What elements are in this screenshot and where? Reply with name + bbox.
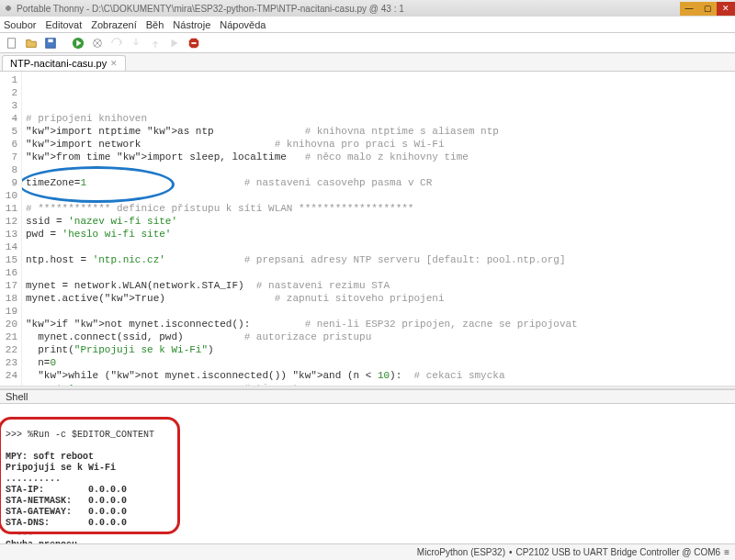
shell-line: STA-DNS: 0.0.0.0 bbox=[6, 518, 729, 529]
title-bar: Portable Thonny - D:\C\DOKUMENTY\mira\ES… bbox=[0, 0, 735, 17]
code-line: "kw">import network # knihovna pro praci… bbox=[26, 138, 731, 151]
shell-line: STA-GATEWAY: 0.0.0.0 bbox=[6, 507, 729, 518]
line-gutter: 123456789101112131415161718192021222324 bbox=[0, 72, 22, 386]
shell-panel-label[interactable]: Shell bbox=[0, 389, 735, 404]
menu-file[interactable]: Soubor bbox=[4, 19, 36, 30]
minimize-button[interactable]: — bbox=[680, 2, 698, 16]
debug-button[interactable] bbox=[89, 35, 106, 51]
menu-bar: Soubor Editovat Zobrazení Běh Nástroje N… bbox=[0, 17, 735, 33]
editor-tab-bar: NTP-nacitani-casu.py ✕ bbox=[0, 53, 735, 72]
code-area[interactable]: # pripojeni knihoven"kw">import ntptime … bbox=[22, 72, 735, 386]
maximize-button[interactable]: ▢ bbox=[698, 2, 717, 16]
code-line: ssid = 'nazev wi-fi site' bbox=[26, 215, 731, 228]
code-editor[interactable]: 123456789101112131415161718192021222324 … bbox=[0, 72, 735, 386]
shell-line: .......... bbox=[6, 474, 729, 485]
shell-prompt: >>> %Run -c $EDITOR_CONTENT bbox=[6, 430, 729, 441]
code-line: "kw">if "kw">not mynet.isconnected(): # … bbox=[26, 318, 731, 330]
step-over-button[interactable] bbox=[108, 35, 125, 51]
port-label[interactable]: CP2102 USB to UART Bridge Controller @ C… bbox=[516, 547, 721, 557]
menu-edit[interactable]: Editovat bbox=[45, 19, 82, 30]
menu-run[interactable]: Běh bbox=[146, 19, 164, 30]
resume-button[interactable] bbox=[166, 35, 183, 51]
code-line: "kw">from time "kw">import sleep, localt… bbox=[26, 151, 731, 163]
shell-line: STA-NETMASK: 0.0.0.0 bbox=[6, 496, 729, 507]
code-line: pwd = 'heslo wi-fi site' bbox=[26, 228, 731, 241]
stop-button[interactable] bbox=[186, 35, 202, 51]
save-button[interactable] bbox=[42, 35, 59, 51]
app-icon bbox=[4, 4, 13, 13]
tab-label: NTP-nacitani-casu.py bbox=[10, 58, 107, 69]
menu-help[interactable]: Nápověda bbox=[220, 19, 266, 30]
svg-rect-2 bbox=[48, 39, 52, 42]
menu-tools[interactable]: Nástroje bbox=[173, 19, 210, 30]
status-menu-icon[interactable]: ≡ bbox=[724, 547, 729, 557]
svg-rect-0 bbox=[8, 38, 16, 48]
code-line bbox=[26, 241, 731, 253]
step-out-button[interactable] bbox=[147, 35, 164, 51]
shell-line: --- bbox=[6, 529, 729, 540]
code-line bbox=[26, 305, 731, 318]
new-file-button[interactable] bbox=[4, 35, 20, 51]
shell-line: Pripojuji se k Wi-Fi bbox=[6, 463, 729, 474]
shell-line: STA-IP: 0.0.0.0 bbox=[6, 485, 729, 496]
code-line bbox=[26, 163, 731, 176]
status-bar: MicroPython (ESP32) • CP2102 USB to UART… bbox=[0, 543, 735, 560]
code-line bbox=[26, 189, 731, 202]
code-line: "kw">while ("kw">not mynet.isconnected()… bbox=[26, 369, 731, 382]
code-line: mynet.active("kw">True) # zapnuti sitove… bbox=[26, 292, 731, 305]
code-line: print("Pripojuji se k Wi-Fi") bbox=[26, 343, 731, 356]
step-into-button[interactable] bbox=[128, 35, 144, 51]
window-title: Portable Thonny - D:\C\DOKUMENTY\mira\ES… bbox=[17, 4, 404, 14]
code-line: n=0 bbox=[26, 356, 731, 369]
code-line: n+=1 # timeout bbox=[26, 382, 731, 386]
code-line bbox=[26, 266, 731, 279]
code-line: ntp.host = 'ntp.nic.cz' # prepsani adres… bbox=[26, 253, 731, 266]
svg-rect-6 bbox=[191, 42, 196, 44]
run-button[interactable] bbox=[70, 35, 86, 51]
editor-tab[interactable]: NTP-nacitani-casu.py ✕ bbox=[2, 55, 126, 71]
code-line: # ************ definice přístupu k síti … bbox=[26, 202, 731, 215]
toolbar bbox=[0, 33, 735, 53]
open-file-button[interactable] bbox=[23, 35, 40, 51]
code-line: mynet = network.WLAN(network.STA_IF) # n… bbox=[26, 279, 731, 292]
shell-line: MPY: soft reboot bbox=[6, 452, 729, 463]
shell-output[interactable]: >>> %Run -c $EDITOR_CONTENT MPY: soft re… bbox=[0, 404, 735, 547]
interpreter-label[interactable]: MicroPython (ESP32) bbox=[417, 547, 505, 557]
code-line: # pripojeni knihoven bbox=[26, 112, 731, 125]
code-line: timeZone=1 # nastaveni casovehp pasma v … bbox=[26, 176, 731, 189]
code-line: mynet.connect(ssid, pwd) # autorizace pr… bbox=[26, 330, 731, 343]
tab-close-icon[interactable]: ✕ bbox=[110, 59, 118, 68]
code-line: "kw">import ntptime "kw">as ntp # knihov… bbox=[26, 125, 731, 138]
menu-view[interactable]: Zobrazení bbox=[91, 19, 137, 30]
shell-line bbox=[6, 441, 729, 452]
close-button[interactable]: ✕ bbox=[717, 2, 735, 16]
